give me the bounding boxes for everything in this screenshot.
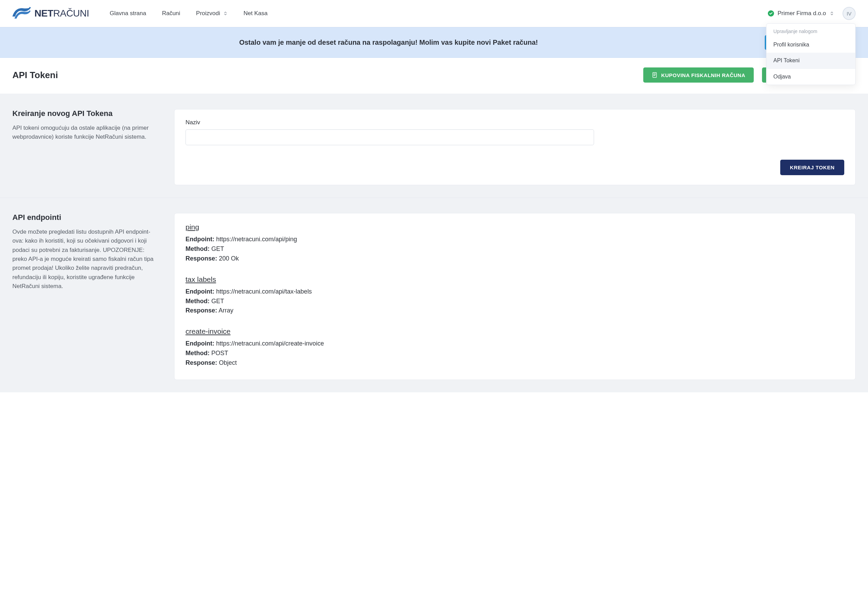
content-area: Kreiranje novog API Tokena API tokeni om…	[0, 94, 868, 392]
create-token-section: Kreiranje novog API Tokena API tokeni om…	[0, 94, 868, 198]
nav-products-label: Proizvodi	[196, 10, 220, 17]
logo-text-light: RAČUNI	[53, 8, 89, 19]
endpoints-section: API endpointi Ovde možete pregledati lis…	[0, 198, 868, 392]
dropdown-section-label: Upravljanje nalogom	[766, 24, 855, 37]
menu-item-api-tokens[interactable]: API Tokeni	[766, 53, 855, 68]
chevron-updown-icon	[829, 11, 834, 16]
endpoints-info: API endpointi Ovde možete pregledati lis…	[12, 213, 160, 380]
page-title: API Tokeni	[12, 70, 58, 81]
create-token-info: Kreiranje novog API Tokena API tokeni om…	[12, 109, 160, 185]
endpoint-block: tax labelsEndpoint: https://netracuni.co…	[186, 275, 844, 316]
company-name: Primer Firma d.o.o	[778, 10, 826, 17]
avatar[interactable]: IV	[843, 7, 856, 20]
topbar: NETRAČUNI Glavna strana Računi Proizvodi…	[0, 0, 868, 27]
token-name-label: Naziv	[186, 119, 844, 126]
logo-text-bold: NET	[34, 8, 53, 19]
endpoints-card: pingEndpoint: https://netracuni.com/api/…	[174, 213, 856, 380]
buy-fiscal-label: KUPOVINA FISKALNIH RAČUNA	[661, 72, 745, 78]
receipt-icon	[651, 72, 658, 78]
user-menu-dropdown: Upravljanje nalogom Profil korisnika API…	[766, 23, 856, 85]
endpoints-title: API endpointi	[12, 213, 160, 222]
page-header: API Tokeni KUPOVINA FISKALNIH RAČUNA KUP…	[0, 58, 868, 94]
nav-netkasa[interactable]: Net Kasa	[244, 10, 268, 17]
endpoint-method-row: Method: POST	[186, 349, 844, 358]
company-switcher[interactable]: Primer Firma d.o.o	[768, 10, 834, 17]
nav-invoices[interactable]: Računi	[162, 10, 180, 17]
token-name-input[interactable]	[186, 129, 594, 145]
endpoint-block: pingEndpoint: https://netracuni.com/api/…	[186, 223, 844, 264]
endpoint-name-link[interactable]: tax labels	[186, 275, 216, 284]
endpoint-url-row: Endpoint: https://netracuni.com/api/ping	[186, 235, 844, 244]
buy-fiscal-button[interactable]: KUPOVINA FISKALNIH RAČUNA	[643, 67, 753, 82]
endpoint-response-row: Response: Array	[186, 306, 844, 316]
create-token-title: Kreiranje novog API Tokena	[12, 109, 160, 118]
create-token-card: Naziv KREIRAJ TOKEN	[174, 109, 856, 185]
nav-products[interactable]: Proizvodi	[196, 10, 228, 17]
endpoint-name-link[interactable]: ping	[186, 223, 199, 231]
menu-item-logout[interactable]: Odjava	[766, 69, 855, 85]
endpoint-block: create-invoiceEndpoint: https://netracun…	[186, 327, 844, 368]
chevron-updown-icon	[223, 11, 228, 16]
primary-nav: Glavna strana Računi Proizvodi Net Kasa	[110, 10, 268, 17]
create-token-description: API tokeni omogućuju da ostale aplikacij…	[12, 124, 160, 142]
low-balance-banner: Ostalo vam je manje od deset računa na r…	[0, 27, 868, 58]
banner-message: Ostalo vam je manje od deset računa na r…	[239, 39, 538, 47]
endpoint-method-row: Method: GET	[186, 244, 844, 254]
endpoint-name-link[interactable]: create-invoice	[186, 327, 231, 335]
svg-rect-0	[653, 73, 657, 78]
menu-item-profile[interactable]: Profil korisnika	[766, 37, 855, 53]
endpoint-url-row: Endpoint: https://netracuni.com/api/crea…	[186, 339, 844, 349]
endpoints-description: Ovde možete pregledati listu dostupnih A…	[12, 228, 160, 291]
endpoint-response-row: Response: 200 Ok	[186, 254, 844, 264]
endpoint-url-row: Endpoint: https://netracuni.com/api/tax-…	[186, 287, 844, 297]
header-right: Primer Firma d.o.o IV Upravljanje nalogo…	[768, 7, 856, 20]
create-token-button[interactable]: KREIRAJ TOKEN	[780, 160, 844, 175]
logo-mark-icon	[12, 6, 31, 21]
logo-text: NETRAČUNI	[34, 8, 89, 19]
logo[interactable]: NETRAČUNI	[12, 6, 89, 21]
nav-home[interactable]: Glavna strana	[110, 10, 146, 17]
status-check-icon	[768, 10, 774, 17]
endpoint-method-row: Method: GET	[186, 297, 844, 306]
endpoint-response-row: Response: Object	[186, 358, 844, 368]
